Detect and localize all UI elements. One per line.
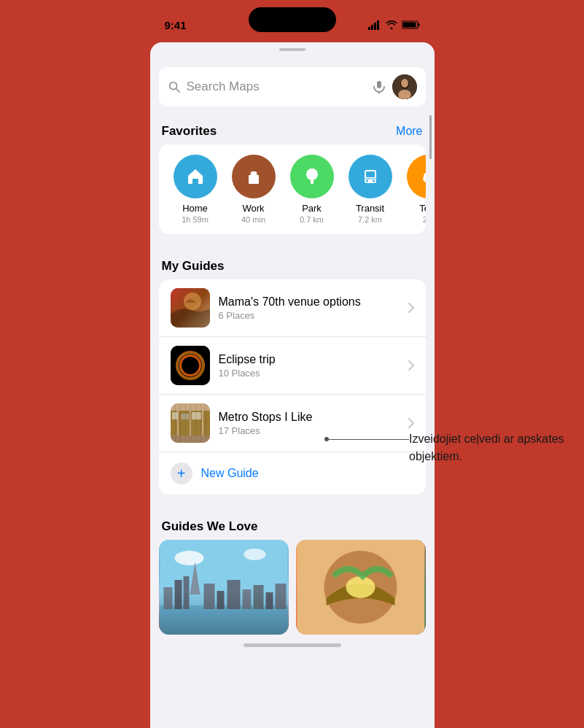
- home-icon-circle: [174, 155, 217, 198]
- favorites-container: Home 1h 59m Work 40 min: [159, 144, 426, 234]
- svg-rect-51: [174, 580, 182, 609]
- favorites-scroll[interactable]: Home 1h 59m Work 40 min: [159, 155, 426, 224]
- chevron-right-icon: [408, 418, 414, 428]
- svg-rect-24: [366, 171, 375, 177]
- home-sublabel: 1h 59m: [182, 215, 209, 224]
- svg-rect-37: [171, 403, 210, 443]
- avatar[interactable]: [392, 74, 417, 99]
- my-guides-title: My Guides: [162, 259, 225, 274]
- favorite-tea[interactable]: Te... 2...: [400, 155, 426, 224]
- dynamic-island: [249, 7, 336, 32]
- guide-count-metro: 17 Places: [219, 425, 400, 436]
- gwl-title: Guides We Love: [162, 519, 258, 534]
- svg-rect-54: [203, 584, 214, 609]
- guide-thumb-mama: [171, 288, 210, 328]
- bottom-sheet: Search Maps: [150, 42, 435, 728]
- svg-point-21: [307, 169, 317, 179]
- svg-rect-44: [192, 412, 201, 419]
- guide-name-metro: Metro Stops I Like: [219, 411, 400, 424]
- new-guide-plus-icon: +: [171, 462, 192, 484]
- guide-name-mama: Mama's 70th venue options: [219, 295, 400, 309]
- favorite-work[interactable]: Work 40 min: [225, 155, 283, 224]
- svg-point-47: [174, 551, 203, 565]
- search-bar[interactable]: Search Maps: [159, 67, 426, 107]
- svg-rect-17: [250, 172, 257, 176]
- search-input[interactable]: Search Maps: [187, 80, 366, 94]
- svg-rect-59: [265, 592, 273, 609]
- battery-icon: [402, 20, 420, 29]
- svg-rect-16: [249, 175, 259, 184]
- svg-rect-58: [253, 585, 263, 609]
- status-icons: [368, 20, 420, 30]
- callout-text: Izveidojiet ceļvedi ar apskates objektie…: [409, 430, 569, 465]
- new-guide-button[interactable]: + New Guide: [159, 452, 426, 495]
- svg-rect-2: [374, 23, 376, 30]
- tea-sublabel: 2...: [423, 215, 426, 224]
- search-icon: [168, 80, 181, 93]
- transit-icon-circle: [349, 155, 392, 198]
- svg-point-65: [346, 576, 375, 598]
- svg-rect-38: [171, 411, 210, 435]
- guide-name-eclipse: Eclipse trip: [219, 353, 400, 366]
- work-sublabel: 40 min: [241, 215, 265, 224]
- gwl-card-food[interactable]: [296, 540, 426, 635]
- tea-label: Te...: [419, 203, 425, 214]
- favorite-home[interactable]: Home 1h 59m: [166, 155, 225, 224]
- mic-icon[interactable]: [372, 80, 386, 94]
- svg-rect-50: [163, 587, 172, 609]
- svg-point-14: [401, 79, 408, 88]
- favorites-title: Favorites: [162, 124, 217, 139]
- work-icon-circle: [232, 155, 276, 198]
- gwl-header: Guides We Love: [150, 509, 435, 540]
- new-guide-label: New Guide: [201, 467, 259, 480]
- svg-rect-55: [217, 591, 224, 609]
- svg-rect-60: [275, 584, 286, 609]
- callout-line: [329, 439, 409, 440]
- wifi-icon: [386, 20, 397, 29]
- guides-list: Mama's 70th venue options 6 Places: [159, 279, 426, 495]
- my-guides-header: My Guides: [150, 249, 435, 279]
- svg-rect-56: [227, 580, 240, 609]
- status-bar: 9:41: [150, 0, 435, 39]
- favorite-transit[interactable]: Transit 7.2 km: [341, 155, 400, 224]
- guides-we-love-section: Guides We Love: [150, 509, 435, 647]
- svg-line-8: [176, 89, 179, 93]
- guide-thumb-eclipse: [171, 346, 210, 385]
- gwl-grid: [159, 540, 426, 635]
- svg-point-35: [182, 357, 199, 374]
- phone-frame: 9:41: [150, 0, 435, 728]
- sheet-handle: [279, 48, 305, 51]
- guide-info-metro: Metro Stops I Like 17 Places: [219, 411, 400, 436]
- favorites-more-button[interactable]: More: [396, 125, 422, 138]
- favorites-header: Favorites More: [150, 114, 435, 144]
- transit-sublabel: 7.2 km: [358, 215, 382, 224]
- svg-rect-1: [371, 25, 373, 30]
- guide-item-eclipse[interactable]: Eclipse trip 10 Places: [159, 337, 426, 395]
- guide-count-eclipse: 10 Places: [219, 368, 400, 379]
- guide-item-metro[interactable]: Metro Stops I Like 17 Places: [159, 395, 426, 452]
- home-indicator: [244, 643, 341, 647]
- guide-item-mama[interactable]: Mama's 70th venue options 6 Places: [159, 279, 426, 337]
- svg-point-25: [366, 180, 368, 182]
- svg-rect-42: [172, 412, 178, 419]
- guide-count-mama: 6 Places: [219, 310, 400, 321]
- svg-rect-6: [402, 23, 416, 28]
- svg-rect-43: [181, 414, 189, 419]
- svg-rect-57: [242, 589, 251, 609]
- svg-rect-45: [171, 435, 210, 443]
- sheet-scroll[interactable]: Search Maps: [150, 60, 435, 728]
- home-label: Home: [182, 203, 208, 214]
- chevron-right-icon: [408, 303, 414, 313]
- favorite-park[interactable]: Park 0.7 km: [283, 155, 341, 224]
- svg-rect-22: [311, 179, 313, 184]
- transit-label: Transit: [356, 203, 384, 214]
- gwl-card-city[interactable]: [159, 540, 289, 635]
- work-label: Work: [242, 203, 264, 214]
- svg-rect-0: [368, 27, 370, 30]
- guide-thumb-metro: [171, 403, 210, 443]
- chevron-right-icon: [408, 360, 414, 371]
- svg-point-26: [373, 180, 375, 182]
- park-sublabel: 0.7 km: [300, 215, 324, 224]
- status-time: 9:41: [165, 19, 187, 31]
- svg-rect-3: [377, 20, 379, 30]
